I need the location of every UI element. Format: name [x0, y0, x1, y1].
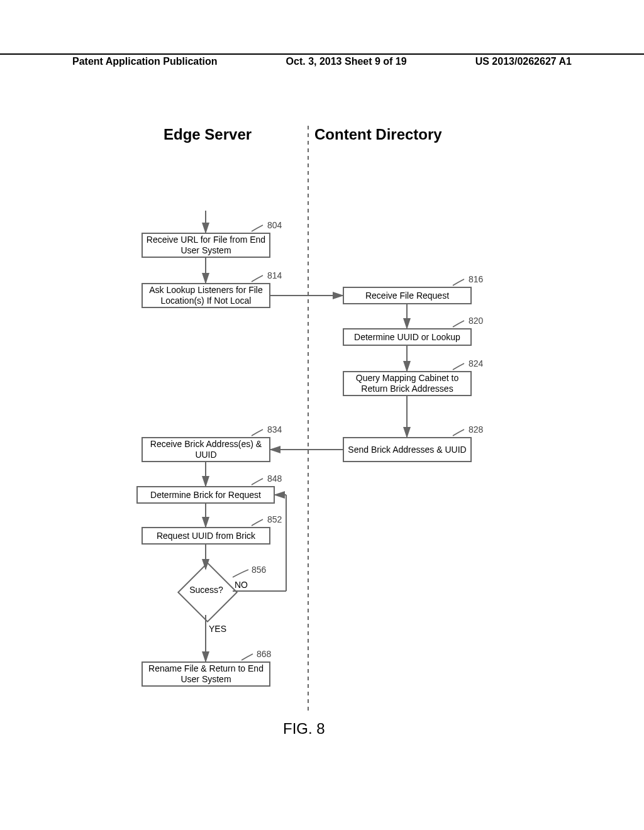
figure-label: FIG. 8 [283, 720, 325, 738]
title-content-directory: Content Directory [314, 126, 442, 143]
box-834: Receive Brick Address(es) & UUID [142, 437, 270, 462]
ref-856: 856 [252, 565, 266, 575]
ref-852: 852 [267, 514, 282, 524]
decision-856: Sucess? [178, 563, 235, 619]
box-816: Receive File Request [343, 287, 472, 304]
ref-804: 804 [267, 220, 282, 230]
box-828: Send Brick Addresses & UUID [343, 437, 472, 462]
box-820: Determine UUID or Lookup [343, 328, 472, 346]
decision-856-label: Sucess? [178, 585, 235, 595]
ref-816: 816 [469, 274, 483, 284]
header-middle: Oct. 3, 2013 Sheet 9 of 19 [286, 56, 407, 67]
label-no: NO [235, 580, 248, 590]
ref-848: 848 [267, 473, 282, 484]
header-left: Patent Application Publication [72, 56, 218, 67]
box-868: Rename File & Return to End User System [142, 661, 270, 687]
box-848: Determine Brick for Request [136, 486, 275, 504]
page-header: Patent Application Publication Oct. 3, 2… [0, 53, 644, 67]
box-814: Ask Lookup Listeners for File Location(s… [142, 283, 270, 308]
ref-834: 834 [267, 424, 282, 434]
ref-828: 828 [469, 424, 483, 434]
ref-868: 868 [257, 649, 271, 659]
label-yes: YES [209, 624, 226, 634]
box-824: Query Mapping Cabinet to Return Brick Ad… [343, 371, 472, 396]
box-852: Request UUID from Brick [142, 527, 270, 545]
ref-824: 824 [469, 358, 483, 368]
ref-820: 820 [469, 316, 483, 326]
box-804: Receive URL for File from End User Syste… [142, 233, 270, 258]
header-right: US 2013/0262627 A1 [475, 56, 572, 67]
ref-814: 814 [267, 270, 282, 280]
flowchart-lines [0, 0, 644, 830]
title-edge-server: Edge Server [164, 126, 252, 143]
